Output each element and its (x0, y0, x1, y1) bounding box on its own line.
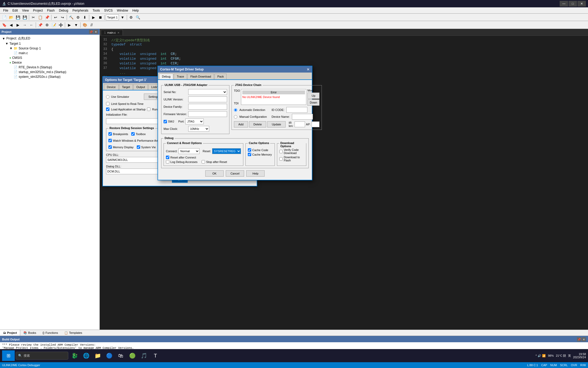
cortex-dialog-titlebar[interactable]: Cortex-M Target Driver Setup ✕ (158, 66, 312, 73)
minimize-button[interactable]: — (560, 1, 568, 7)
reset-select[interactable]: SYSRESETREG VECTRESET HW RESET (212, 148, 241, 154)
reset-after-connect-check[interactable] (166, 156, 169, 159)
menu-debug[interactable]: Debug (57, 7, 70, 13)
device-name-input[interactable] (292, 114, 313, 120)
search-bar[interactable]: 🔍 搜索 (16, 352, 68, 360)
insert-btn[interactable]: ➕ (57, 22, 64, 28)
tree-target1[interactable]: ▼ Target 1 (1, 41, 98, 46)
watch-windows-check[interactable] (108, 139, 112, 142)
options-btn[interactable]: ⚙ (128, 14, 134, 21)
cortex-dtab-flash[interactable]: Flash Download (187, 74, 214, 79)
cache-code-check[interactable] (248, 148, 251, 152)
maximize-button[interactable]: □ (569, 1, 577, 7)
add-btn[interactable]: Add (234, 121, 248, 127)
start-button[interactable]: ⊞ (2, 350, 15, 361)
unfold-btn[interactable]: ▼ (73, 22, 79, 28)
cache-memory-check[interactable] (248, 153, 251, 156)
open-file-btn[interactable]: 📂 (8, 14, 14, 21)
panel-pin-btn[interactable]: 📌 (89, 30, 93, 34)
cortex-dtab-pack[interactable]: Pack (214, 74, 227, 79)
taskbar-icon-store[interactable]: 🛍 (116, 350, 126, 361)
bookmark-btn[interactable]: 🔖 (1, 22, 7, 28)
cut-btn[interactable]: ✂ (30, 14, 36, 21)
menu-window[interactable]: Window (115, 7, 130, 13)
menu-help[interactable]: Help (130, 7, 141, 13)
toolbox-check[interactable] (131, 132, 135, 136)
taskbar-icon-edge[interactable]: 🌐 (81, 350, 91, 361)
menu-file[interactable]: File (1, 7, 10, 13)
save-btn[interactable]: 💾 (15, 14, 21, 21)
delete-btn[interactable]: Delete (249, 121, 266, 127)
load-app-check[interactable] (106, 108, 109, 111)
tree-rte-device[interactable]: 📄 RTE_Device.h (Startup) (1, 65, 98, 70)
color-btn[interactable]: 🎨 (82, 22, 88, 28)
copy-btn[interactable]: 📋 (37, 14, 43, 21)
undo-btn[interactable]: ↩ (52, 14, 59, 21)
target-selector[interactable]: Target 1 (106, 14, 119, 20)
taskbar-icon-folder[interactable]: 📁 (92, 350, 103, 361)
next-btn[interactable]: ▶ (15, 22, 21, 28)
menu-flash[interactable]: Flash (45, 7, 57, 13)
tree-mainc[interactable]: 📄 main.c (1, 51, 98, 55)
download-to-flash-check[interactable] (279, 157, 283, 161)
max-clock-select[interactable]: 10MHz 1MHz 5MHz (188, 126, 209, 132)
taskbar-icon-green[interactable]: 🟢 (127, 350, 138, 361)
dtab-target[interactable]: Target (119, 84, 133, 90)
editor-tab-mainc[interactable]: 1 main.c ✕ (101, 30, 123, 35)
new-file-btn[interactable]: 📄 (1, 14, 7, 21)
verify-code-check[interactable] (279, 150, 283, 153)
tree-device[interactable]: ♦ Device (1, 60, 98, 65)
taskbar-icon-1[interactable]: 🐉 (69, 350, 80, 361)
manual-config-radio[interactable] (234, 115, 237, 119)
menu-peripherals[interactable]: Peripherals (70, 7, 91, 13)
run-check[interactable] (147, 108, 150, 111)
cortex-dtab-debug[interactable]: Debug (159, 74, 173, 79)
swj-check[interactable] (164, 120, 167, 123)
build-btn[interactable]: 🔨 (68, 14, 74, 21)
update-btn[interactable]: Update (267, 121, 285, 127)
taskbar-icon-music[interactable]: 🎵 (139, 350, 149, 361)
stop-after-reset-check[interactable] (202, 160, 205, 163)
memory-display-check[interactable] (108, 145, 112, 149)
ap-input[interactable] (312, 121, 319, 127)
unindent-btn[interactable]: ← (28, 22, 35, 28)
cortex-dtab-trace[interactable]: Trace (174, 74, 187, 79)
cortex-help-btn[interactable]: Help (246, 170, 265, 177)
tree-system[interactable]: 📄 system_stm32f10x.c (Startup) (1, 74, 98, 79)
firmware-version-input[interactable] (188, 111, 227, 117)
taskbar-icon-text[interactable]: T (150, 350, 161, 361)
auto-detect-radio[interactable] (234, 108, 237, 112)
rebuild-btn[interactable]: ⚙ (75, 14, 81, 21)
cortex-close-btn[interactable]: ✕ (307, 67, 310, 71)
tree-cmsis[interactable]: ♦ CMSIS (1, 55, 98, 60)
device-family-input[interactable] (188, 104, 227, 110)
cortex-ok-btn[interactable]: OK (205, 170, 224, 177)
pin-btn[interactable]: 📌 (37, 22, 43, 28)
menu-project[interactable]: Project (31, 7, 45, 13)
indent-btn[interactable]: → (22, 22, 28, 28)
dtab-output[interactable]: Output (133, 84, 148, 90)
target-dropdown[interactable]: ▼ (119, 14, 126, 21)
taskbar-icon-chrome[interactable]: 🔵 (104, 350, 114, 361)
connect-select[interactable]: Normal Under Reset (178, 148, 200, 154)
up-btn[interactable]: Up (307, 93, 319, 99)
menu-view[interactable]: View (20, 7, 31, 13)
paste-btn[interactable]: 📌 (44, 14, 50, 21)
menu-svcs[interactable]: SVCS (102, 7, 115, 13)
cortex-cancel-btn[interactable]: Cancel (226, 170, 244, 177)
debug-btn[interactable]: ▶ (90, 14, 97, 21)
save-all-btn[interactable]: 💾 (22, 14, 28, 21)
menu-edit[interactable]: Edit (10, 7, 20, 13)
ulink-version-input[interactable] (188, 96, 227, 102)
redo-btn[interactable]: ↪ (59, 14, 66, 21)
system-view-check[interactable] (137, 145, 140, 149)
id-code-input[interactable] (286, 107, 307, 113)
port-select[interactable]: JTAG SW (185, 119, 204, 124)
dtab-device[interactable]: Device (104, 84, 119, 90)
breakpoints-check[interactable] (108, 132, 112, 136)
ir-len-input[interactable] (295, 121, 305, 127)
search-btn[interactable]: 🔍 (135, 14, 141, 21)
limit-speed-check[interactable] (106, 102, 109, 105)
download-btn[interactable]: ⬇ (82, 14, 88, 21)
config-btn[interactable]: ⚙ (44, 22, 50, 28)
